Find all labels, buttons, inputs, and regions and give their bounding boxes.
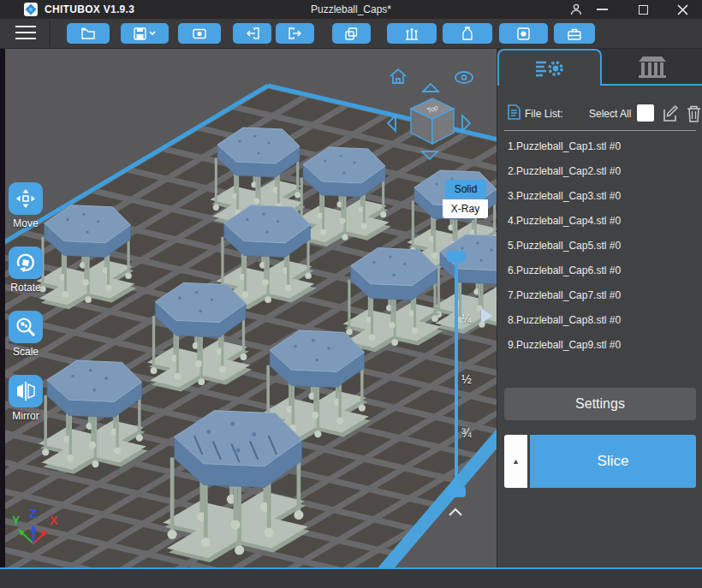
- file-list-icon: [508, 104, 521, 123]
- file-list-item[interactable]: 3.Puzzleball_Cap3.stl #0: [497, 184, 702, 209]
- slider-mark-quarter: ¼: [461, 312, 480, 325]
- file-list-item[interactable]: 1.Puzzleball_Cap1.stl #0: [497, 134, 702, 159]
- file-list: 1.Puzzleball_Cap1.stl #02.Puzzleball_Cap…: [497, 134, 702, 358]
- viewport-3d[interactable]: Top Solid X-Ray ¼ ½ ¾ Y Z: [5, 49, 497, 568]
- render-mode-solid-button[interactable]: Solid: [445, 180, 486, 199]
- layer-slider-track[interactable]: [455, 257, 458, 493]
- slider-mark-three-quarter: ¾: [461, 426, 480, 440]
- file-list-header: File List: Select All: [497, 103, 702, 125]
- move-label: Move: [7, 217, 45, 229]
- app-title: CHITUBOX V1.9.3: [45, 3, 134, 15]
- undo-button[interactable]: [233, 23, 271, 44]
- render-mode-xray-button[interactable]: X-Ray: [443, 199, 488, 218]
- tool-move: Move: [7, 182, 45, 229]
- rotate-down-arrow-icon[interactable]: [420, 150, 439, 165]
- rotate-right-arrow-icon[interactable]: [461, 114, 473, 136]
- delete-icon[interactable]: [687, 105, 701, 126]
- account-icon[interactable]: [567, 0, 586, 19]
- panel-tabs: [497, 49, 702, 86]
- move-button[interactable]: [9, 182, 43, 215]
- titlebar: CHITUBOX V1.9.3 Puzzleball_Caps*: [0, 0, 702, 19]
- file-list-item[interactable]: 9.Puzzleball_Cap9.stl #0: [497, 333, 702, 358]
- tool-mirror: Mirror: [7, 375, 45, 422]
- layer-slider-top-handle[interactable]: [447, 251, 466, 262]
- screenshot-button[interactable]: [178, 23, 221, 44]
- axis-y-label: Y: [12, 514, 21, 527]
- file-list-item[interactable]: 6.Puzzleball_Cap6.stl #0: [497, 258, 702, 283]
- open-file-button[interactable]: [67, 23, 110, 44]
- tool-rotate: Rotate: [7, 246, 45, 294]
- menu-button[interactable]: [15, 26, 36, 42]
- scale-label: Scale: [7, 346, 45, 358]
- slider-bottom-chevron-icon[interactable]: [448, 505, 463, 515]
- file-list-item[interactable]: 2.Puzzleball_Cap2.stl #0: [497, 159, 702, 184]
- toolbox-button[interactable]: [554, 23, 595, 44]
- select-all-label: Select All: [589, 108, 631, 120]
- slice-button[interactable]: Slice: [530, 435, 696, 488]
- close-button[interactable]: [673, 0, 692, 19]
- file-list-item[interactable]: 8.Puzzleball_Cap8.stl #0: [497, 308, 702, 333]
- tab-support-settings[interactable]: [602, 49, 702, 84]
- file-list-item[interactable]: 4.Puzzleball_Cap4.stl #0: [497, 209, 702, 234]
- rotate-button[interactable]: [9, 246, 43, 279]
- mirror-button[interactable]: [9, 375, 43, 407]
- slice-expand-button[interactable]: ▲: [504, 435, 527, 488]
- view-cube[interactable]: Top: [408, 98, 456, 151]
- rotate-up-arrow-icon[interactable]: [421, 81, 440, 97]
- dig-hole-button[interactable]: [499, 23, 548, 44]
- rotate-left-arrow-icon[interactable]: [384, 114, 397, 136]
- mirror-label: Mirror: [7, 410, 45, 422]
- right-panel: File List: Select All 1.Puzzleball_Cap1.…: [497, 49, 702, 568]
- tool-scale: Scale: [7, 311, 45, 358]
- toolbar: [0, 19, 702, 49]
- hollow-button[interactable]: [443, 23, 492, 44]
- perspective-eye-icon[interactable]: [454, 71, 474, 87]
- home-view-icon[interactable]: [388, 68, 408, 89]
- chitubox-window: CHITUBOX V1.9.3 Puzzleball_Caps*: [0, 0, 702, 588]
- support-button[interactable]: [387, 23, 437, 44]
- app-logo-icon: [24, 3, 38, 16]
- clone-button[interactable]: [332, 23, 371, 44]
- save-button[interactable]: [121, 23, 169, 44]
- maximize-button[interactable]: [634, 0, 652, 19]
- rename-icon[interactable]: [663, 105, 680, 126]
- rotate-label: Rotate: [7, 282, 45, 294]
- minimize-button[interactable]: [592, 0, 611, 19]
- tab-file-settings[interactable]: [497, 49, 602, 86]
- file-list-label: File List:: [525, 108, 563, 120]
- layer-slider-bottom-handle[interactable]: [447, 486, 466, 497]
- slider-mark-half: ½: [461, 372, 480, 386]
- toolbar-divider: [49, 21, 51, 47]
- axis-z-label: Z: [29, 506, 37, 520]
- select-all-checkbox[interactable]: [637, 104, 654, 122]
- settings-button[interactable]: Settings: [504, 388, 696, 420]
- document-title: Puzzleball_Caps*: [311, 3, 391, 15]
- file-list-item[interactable]: 5.Puzzleball_Cap5.stl #0: [497, 234, 702, 258]
- status-bar: [0, 569, 702, 588]
- slider-flyout-handle[interactable]: [481, 308, 492, 324]
- scale-button[interactable]: [9, 311, 43, 343]
- axis-gizmo: Y Z X: [7, 499, 67, 564]
- file-list-divider: [504, 130, 696, 131]
- redo-button[interactable]: [276, 23, 314, 44]
- file-list-item[interactable]: 7.Puzzleball_Cap7.stl #0: [497, 283, 702, 308]
- axis-x-label: X: [50, 514, 58, 527]
